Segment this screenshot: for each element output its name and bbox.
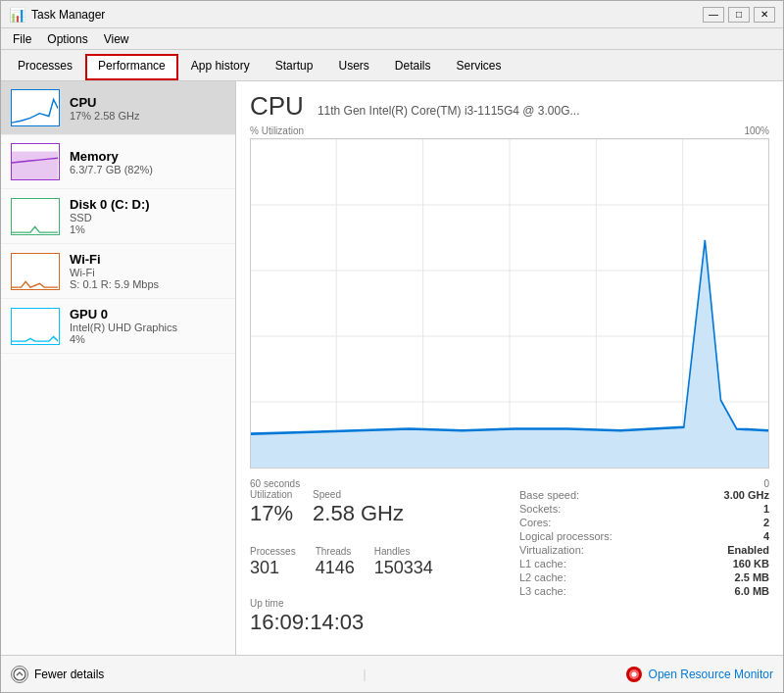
l1-label: L1 cache: (519, 558, 566, 569)
gpu-model: Intel(R) UHD Graphics (70, 322, 177, 333)
base-speed-value: 3.00 GHz (724, 489, 769, 501)
sidebar-item-disk[interactable]: Disk 0 (C: D:) SSD 1% (1, 189, 235, 244)
gpu-usage: 4% (70, 333, 177, 345)
cores-label: Cores: (519, 517, 551, 528)
fewer-details-label: Fewer details (34, 668, 104, 681)
disk-type: SSD (70, 212, 150, 223)
tab-users[interactable]: Users (325, 54, 381, 80)
cores-row: Cores: 2 (519, 517, 769, 528)
open-resource-monitor-button[interactable]: Open Resource Monitor (625, 666, 773, 683)
main-subtitle: 11th Gen Intel(R) Core(TM) i3-1115G4 @ 3… (318, 104, 580, 118)
speed-value: 2.58 GHz (313, 501, 404, 526)
tab-services[interactable]: Services (444, 54, 514, 80)
chart-label-top: % Utilization 100% (250, 125, 769, 136)
sidebar-item-memory[interactable]: Memory 6.3/7.7 GB (82%) (1, 135, 235, 189)
memory-thumbnail (11, 143, 60, 180)
menu-bar: File Options View (1, 28, 783, 50)
l3-label: L3 cache: (519, 585, 566, 597)
virtualization-row: Virtualization: Enabled (519, 544, 769, 556)
l2-value: 2.5 MB (735, 571, 769, 583)
main-title: CPU (250, 91, 304, 122)
speed-label: Speed (313, 489, 404, 500)
processes-label: Processes (250, 546, 296, 557)
virtualization-label: Virtualization: (519, 544, 584, 556)
threads-label: Threads (316, 546, 355, 557)
gpu-info: GPU 0 Intel(R) UHD Graphics 4% (70, 307, 177, 345)
title-controls: — □ ✕ (703, 7, 775, 23)
wifi-type: Wi-Fi (70, 267, 159, 278)
menu-view[interactable]: View (96, 30, 137, 47)
gpu-label: GPU 0 (70, 307, 177, 322)
speed-group: Speed 2.58 GHz (313, 489, 404, 526)
window-title: Task Manager (31, 8, 105, 22)
tab-app-history[interactable]: App history (178, 54, 263, 80)
sidebar-item-wifi[interactable]: Wi-Fi Wi-Fi S: 0.1 R: 5.9 Mbps (1, 244, 235, 299)
logical-label: Logical processors: (519, 530, 612, 542)
wifi-label: Wi-Fi (70, 252, 159, 267)
utilization-value: 17% (250, 501, 293, 526)
l1-value: 160 KB (733, 558, 769, 569)
task-manager-window: 📊 Task Manager — □ ✕ File Options View P… (0, 0, 784, 693)
menu-file[interactable]: File (5, 30, 39, 47)
utilization-speed-stats: Utilization 17% Speed 2.58 GHz (250, 489, 500, 536)
sockets-row: Sockets: 1 (519, 503, 769, 515)
uptime-value: 16:09:14:03 (250, 610, 500, 635)
disk-label: Disk 0 (C: D:) (70, 197, 150, 212)
main-header: CPU 11th Gen Intel(R) Core(TM) i3-1115G4… (250, 91, 769, 122)
handles-value: 150334 (374, 558, 433, 578)
disk-info: Disk 0 (C: D:) SSD 1% (70, 197, 150, 235)
tab-performance[interactable]: Performance (85, 54, 178, 80)
title-bar: 📊 Task Manager — □ ✕ (1, 1, 783, 28)
memory-label: Memory (70, 149, 153, 164)
uptime-label: Up time (250, 598, 500, 609)
disk-thumbnail (11, 198, 60, 235)
chart-y-label: % Utilization (250, 125, 304, 136)
content-area: CPU 17% 2.58 GHz Memory 6.3/7.7 GB (82%) (1, 81, 783, 655)
footer-separator: | (363, 668, 366, 681)
processes-value: 301 (250, 558, 296, 578)
open-resource-monitor-label: Open Resource Monitor (649, 668, 773, 681)
uptime-group: Up time 16:09:14:03 (250, 598, 500, 635)
maximize-button[interactable]: □ (728, 7, 750, 23)
stats-area: Utilization 17% Speed 2.58 GHz Processes… (250, 489, 769, 645)
wifi-info: Wi-Fi Wi-Fi S: 0.1 R: 5.9 Mbps (70, 252, 159, 290)
sidebar-item-gpu[interactable]: GPU 0 Intel(R) UHD Graphics 4% (1, 299, 235, 354)
sidebar: CPU 17% 2.58 GHz Memory 6.3/7.7 GB (82%) (1, 81, 236, 655)
wifi-speed: S: 0.1 R: 5.9 Mbps (70, 278, 159, 290)
stats-left: Utilization 17% Speed 2.58 GHz Processes… (250, 489, 500, 645)
main-panel: CPU 11th Gen Intel(R) Core(TM) i3-1115G4… (236, 81, 783, 655)
menu-options[interactable]: Options (39, 30, 95, 47)
fewer-details-icon (11, 666, 28, 683)
sidebar-item-cpu[interactable]: CPU 17% 2.58 GHz (1, 81, 235, 135)
disk-usage: 1% (70, 223, 150, 235)
l3-cache-row: L3 cache: 6.0 MB (519, 585, 769, 597)
handles-label: Handles (374, 546, 433, 557)
close-button[interactable]: ✕ (754, 7, 775, 23)
svg-rect-0 (12, 152, 58, 179)
cores-value: 2 (763, 517, 769, 528)
cpu-label: CPU (70, 95, 140, 110)
chart-label-bottom: 60 seconds 0 (250, 478, 769, 489)
cpu-info: CPU 17% 2.58 GHz (70, 95, 140, 122)
footer: Fewer details | Open Resource Monitor (1, 655, 783, 692)
cpu-usage: 17% 2.58 GHz (70, 110, 140, 122)
app-icon: 📊 (9, 7, 25, 23)
sockets-value: 1 (763, 503, 769, 515)
logical-row: Logical processors: 4 (519, 530, 769, 542)
memory-usage: 6.3/7.7 GB (82%) (70, 164, 153, 175)
cpu-chart (250, 138, 769, 469)
threads-value: 4146 (316, 558, 355, 578)
stats-right: Base speed: 3.00 GHz Sockets: 1 Cores: 2… (500, 489, 769, 645)
tab-startup[interactable]: Startup (263, 54, 326, 80)
tab-details[interactable]: Details (382, 54, 444, 80)
minimize-button[interactable]: — (703, 7, 724, 23)
chart-x-left: 60 seconds (250, 478, 300, 489)
handles-group: Handles 150334 (374, 546, 433, 578)
logical-value: 4 (763, 530, 769, 542)
tab-processes[interactable]: Processes (5, 54, 85, 80)
wifi-thumbnail (11, 253, 60, 290)
chart-x-right: 0 (763, 478, 769, 489)
l1-cache-row: L1 cache: 160 KB (519, 558, 769, 569)
fewer-details-button[interactable]: Fewer details (11, 666, 104, 683)
l3-value: 6.0 MB (735, 585, 769, 597)
